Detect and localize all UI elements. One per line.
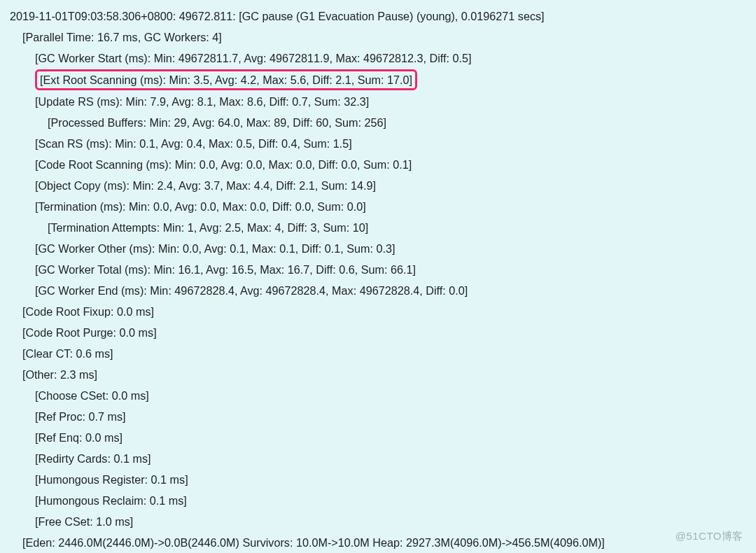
log-line: [Termination Attempts: Min: 1, Avg: 2.5,… xyxy=(7,217,749,238)
log-line: [Humongous Reclaim: 0.1 ms] xyxy=(7,490,749,511)
log-line: [Ref Proc: 0.7 ms] xyxy=(7,406,749,427)
watermark: @51CTO博客 xyxy=(676,530,743,543)
log-line: [Other: 2.3 ms] xyxy=(7,364,749,385)
log-line: [GC Worker Start (ms): Min: 49672811.7, … xyxy=(7,48,749,69)
log-line: [Eden: 2446.0M(2446.0M)->0.0B(2446.0M) S… xyxy=(7,532,749,553)
log-line: 2019-11-01T09:03:58.306+0800: 49672.811:… xyxy=(7,6,749,27)
log-line: [Parallel Time: 16.7 ms, GC Workers: 4] xyxy=(7,27,749,48)
log-line: [Update RS (ms): Min: 7.9, Avg: 8.1, Max… xyxy=(7,91,749,112)
log-line: [Processed Buffers: Min: 29, Avg: 64.0, … xyxy=(7,112,749,133)
log-line: [Free CSet: 1.0 ms] xyxy=(7,511,749,532)
log-line: [Redirty Cards: 0.1 ms] xyxy=(7,448,749,469)
log-line: [Clear CT: 0.6 ms] xyxy=(7,343,749,364)
log-line: [GC Worker Other (ms): Min: 0.0, Avg: 0.… xyxy=(7,238,749,259)
log-line: [GC Worker Total (ms): Min: 16.1, Avg: 1… xyxy=(7,259,749,280)
log-line: [Scan RS (ms): Min: 0.1, Avg: 0.4, Max: … xyxy=(7,133,749,154)
log-line-highlight: [Ext Root Scanning (ms): Min: 3.5, Avg: … xyxy=(7,69,749,91)
log-line: [GC Worker End (ms): Min: 49672828.4, Av… xyxy=(7,280,749,301)
log-line: [Humongous Register: 0.1 ms] xyxy=(7,469,749,490)
highlight-box: [Ext Root Scanning (ms): Min: 3.5, Avg: … xyxy=(35,69,417,90)
gc-log: 2019-11-01T09:03:58.306+0800: 49672.811:… xyxy=(0,0,756,553)
log-line: [Code Root Scanning (ms): Min: 0.0, Avg:… xyxy=(7,154,749,175)
log-line: [Choose CSet: 0.0 ms] xyxy=(7,385,749,406)
log-line: [Code Root Fixup: 0.0 ms] xyxy=(7,301,749,322)
log-line: [Code Root Purge: 0.0 ms] xyxy=(7,322,749,343)
log-line: [Termination (ms): Min: 0.0, Avg: 0.0, M… xyxy=(7,196,749,217)
log-line: [Object Copy (ms): Min: 2.4, Avg: 3.7, M… xyxy=(7,175,749,196)
log-line: [Ref Enq: 0.0 ms] xyxy=(7,427,749,448)
